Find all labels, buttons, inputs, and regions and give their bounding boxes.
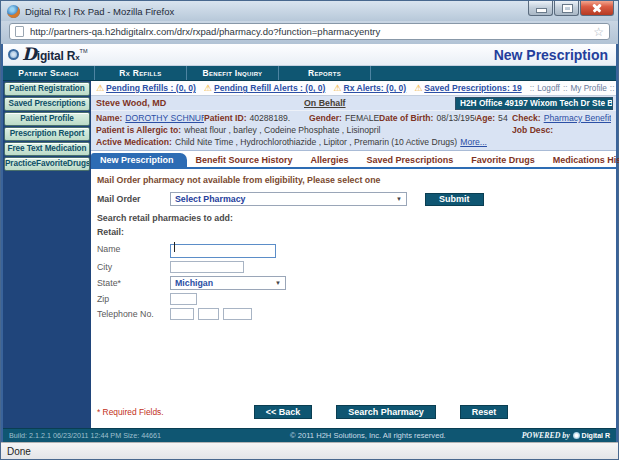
url-bar: http://partners-qa.h2hdigitalrx.com/drx/…	[1, 21, 618, 44]
allergies-value: wheat flour , barley , Codeine Phosphate…	[184, 125, 380, 135]
nav-patient-search[interactable]: Patient Search	[3, 66, 95, 80]
tab-allergies[interactable]: Allergies	[302, 153, 358, 167]
logo-ring-icon	[573, 432, 580, 439]
app-header: Digital RxTM New Prescription	[3, 44, 616, 66]
name-row: Name	[97, 240, 610, 258]
sidebar-item-saved-prescriptions[interactable]: Saved Prescriptions	[4, 97, 90, 111]
warning-icon: ⚠	[204, 84, 212, 93]
phone-line-input[interactable]	[223, 308, 252, 320]
warning-icon: ⚠	[414, 84, 422, 93]
bookmark-star-icon[interactable]: ☆	[593, 27, 604, 37]
submit-button[interactable]: Submit	[425, 193, 484, 206]
text-caret	[174, 242, 175, 252]
more-link[interactable]: More...	[460, 137, 487, 147]
office-select[interactable]: H2H Office 49197 Wixom Tech Dr Ste B Wix…	[455, 97, 613, 110]
pharmacy-benefit-link[interactable]: Pharmacy Benefit	[544, 113, 612, 123]
app-body: Patient Registration Saved Prescriptions…	[3, 81, 616, 428]
tab-saved-prescriptions[interactable]: Saved Prescriptions	[358, 153, 463, 167]
zip-row: Zip	[97, 293, 610, 305]
pharmacy-name-label: Name	[97, 244, 170, 254]
patient-row-demographics: Name: DOROTHY SCHNUR Patient ID: 4028818…	[96, 112, 612, 124]
patient-name-label: Name:	[96, 113, 122, 123]
phone-prefix-input[interactable]	[198, 308, 219, 320]
allergic-label: Patient is Allergic to:	[96, 125, 181, 135]
nav-filler	[371, 66, 616, 80]
back-button[interactable]: << Back	[254, 405, 313, 419]
sidebar: Patient Registration Saved Prescriptions…	[3, 81, 91, 428]
tab-favorite-drugs[interactable]: Favorite Drugs	[462, 153, 544, 167]
separator: ::	[530, 84, 535, 93]
age-value: 54	[498, 113, 508, 123]
office-select-value: H2H Office 49197 Wixom Tech Dr Ste B Wix…	[460, 98, 613, 108]
close-button[interactable]	[580, 1, 614, 16]
reset-button[interactable]: Reset	[460, 405, 509, 419]
state-label: State*	[97, 278, 170, 288]
action-buttons: << Back Search Pharmacy Reset	[91, 405, 616, 419]
main-nav: Patient Search Rx Refills Benefit Inquir…	[3, 66, 616, 81]
separator: ::	[563, 84, 568, 93]
url-input[interactable]: http://partners-qa.h2hdigitalrx.com/drx/…	[9, 23, 610, 40]
sidebar-item-free-text-medication[interactable]: Free Text Medication	[4, 142, 90, 156]
title-bar: Digital Rx | Rx Pad - Mozilla Firefox	[1, 1, 618, 21]
pending-refills-link[interactable]: Pending Refills : (0, 0)	[106, 83, 196, 93]
pending-refill-alerts-link[interactable]: Pending Refill Alerts : (0, 0)	[214, 83, 325, 93]
city-input[interactable]	[170, 261, 244, 273]
search-retail-heading: Search retail pharmacies to add:	[97, 213, 610, 223]
on-behalf-link[interactable]: On Behalf	[304, 98, 346, 108]
warning-icon: ⚠	[96, 84, 104, 93]
provider-name: Steve Wood, MD	[96, 98, 304, 108]
sidebar-item-patient-registration[interactable]: Patient Registration	[4, 82, 90, 96]
minimize-button[interactable]	[528, 1, 553, 16]
sidebar-item-patient-profile[interactable]: Patient Profile	[4, 112, 90, 126]
phone-area-input[interactable]	[170, 308, 194, 320]
nav-reports[interactable]: Reports	[279, 66, 371, 80]
logoff-link[interactable]: Logoff	[537, 84, 560, 93]
zip-input[interactable]	[170, 293, 197, 305]
mail-order-label: Mail Order	[97, 194, 170, 204]
mail-order-row: Mail Order Select Pharmacy ▼ Submit	[97, 192, 610, 206]
gender-value: FEMALE	[345, 113, 379, 123]
nav-benefit-inquiry[interactable]: Benefit Inquiry	[187, 66, 279, 80]
browser-window: Digital Rx | Rx Pad - Mozilla Firefox ht…	[0, 0, 619, 460]
rx-alerts-alert: ⚠ Rx Alerts: (0, 0)	[333, 83, 406, 93]
chevron-down-icon: ▼	[396, 196, 402, 202]
city-label: City	[97, 262, 170, 272]
alert-bar: ⚠ Pending Refills : (0, 0) ⚠ Pending Ref…	[91, 81, 616, 96]
patient-name-link[interactable]: DOROTHY SCHNUR	[125, 113, 204, 123]
nav-rx-refills[interactable]: Rx Refills	[95, 66, 187, 80]
maximize-button[interactable]	[554, 1, 579, 16]
my-profile-link[interactable]: My Profile	[570, 84, 606, 93]
job-desc-label: Job Desc:	[512, 125, 553, 135]
tab-medications-history[interactable]: Medications History	[544, 153, 619, 167]
zip-label: Zip	[97, 294, 170, 304]
url-text: http://partners-qa.h2hdigitalrx.com/drx/…	[30, 26, 593, 37]
state-row: State* Michigan ▼	[97, 276, 610, 290]
active-medication-label: Active Medication:	[96, 137, 172, 147]
window-title: Digital Rx | Rx Pad - Mozilla Firefox	[25, 6, 528, 17]
search-pharmacy-button[interactable]: Search Pharmacy	[336, 405, 436, 419]
pharmacy-form: Mail Order pharmacy not available from e…	[91, 169, 616, 428]
sidebar-item-practice-favorite-drugs[interactable]: PracticeFavoriteDrugs	[4, 157, 90, 171]
maximize-icon	[563, 5, 572, 12]
phone-row: Telephone No.	[97, 308, 610, 320]
tab-new-prescription[interactable]: New Prescription	[91, 153, 187, 167]
warning-icon: ⚠	[333, 84, 341, 93]
rx-alerts-link[interactable]: Rx Alerts: (0, 0)	[343, 83, 406, 93]
state-select[interactable]: Michigan ▼	[170, 276, 286, 290]
pending-refills-alert: ⚠ Pending Refills : (0, 0)	[96, 83, 196, 93]
saved-prescriptions-link[interactable]: Saved Prescriptions: 19	[424, 83, 521, 93]
copyright-text: © 2011 H2H Solutions, Inc. All rights re…	[214, 431, 522, 440]
minimize-icon	[537, 9, 546, 12]
gender-label: Gender:	[309, 113, 342, 123]
medications-value: Child Nite Time , Hydrochlorothiazide , …	[175, 137, 457, 147]
pharmacy-name-input[interactable]	[170, 244, 276, 258]
build-info: Build: 2.1.2.1 06/23/2011 12:44 PM Size:…	[9, 431, 214, 440]
mail-order-select[interactable]: Select Pharmacy ▼	[170, 192, 407, 206]
state-select-value: Michigan	[175, 278, 213, 288]
retail-label: Retail:	[97, 227, 610, 237]
app-footer: Build: 2.1.2.1 06/23/2011 12:44 PM Size:…	[3, 428, 616, 442]
patient-row-allergies: Patient is Allergic to: wheat flour , ba…	[96, 124, 612, 136]
tab-benefit-source-history[interactable]: Benefit Source History	[187, 153, 302, 167]
status-text: Done	[7, 446, 31, 457]
sidebar-item-prescription-report[interactable]: Prescription Report	[4, 127, 90, 141]
